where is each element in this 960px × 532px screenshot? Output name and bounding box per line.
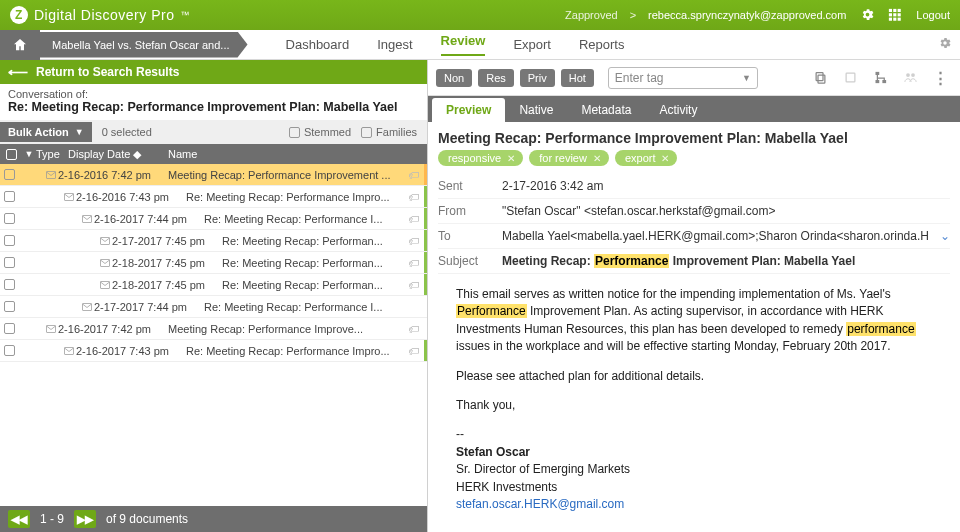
result-row[interactable]: 2-17-2017 7:45 pmRe: Meeting Recap: Perf… (0, 230, 427, 252)
families-toggle[interactable]: Families (361, 126, 417, 138)
pill-non[interactable]: Non (436, 69, 472, 87)
user-email[interactable]: rebecca.sprynczynatyk@zapproved.com (648, 9, 846, 21)
row-name: Meeting Recap: Performance Improve... (168, 323, 427, 335)
result-row[interactable]: 2-18-2017 7:45 pmRe: Meeting Recap: Perf… (0, 252, 427, 274)
row-checkbox[interactable] (4, 213, 15, 224)
col-name[interactable]: Name (162, 148, 427, 160)
col-date[interactable]: Display Date ◆ (68, 148, 162, 161)
bulk-action-button[interactable]: Bulk Action ▼ (0, 122, 92, 142)
svg-rect-9 (47, 171, 56, 178)
body-paragraph: Please see attached plan for additional … (456, 368, 942, 385)
result-row[interactable]: 2-16-2017 7:43 pmRe: Meeting Recap: Perf… (0, 340, 427, 362)
tag-combobox[interactable]: Enter tag ▼ (608, 67, 758, 89)
tag-for-review[interactable]: for review✕ (529, 150, 609, 166)
nav-review[interactable]: Review (441, 33, 486, 56)
logout-link[interactable]: Logout (916, 9, 950, 21)
sig-title: Sr. Director of Emerging Markets (456, 461, 942, 478)
result-row[interactable]: 2-18-2017 7:45 pmRe: Meeting Recap: Perf… (0, 274, 427, 296)
brand-logo-icon: Z (10, 6, 28, 24)
sig-email-link[interactable]: stefan.oscar.HERK@gmail.com (456, 497, 624, 511)
result-row[interactable]: 2-16-2017 7:44 pmRe: Meeting Recap: Perf… (0, 208, 427, 230)
expand-recipients[interactable]: ⌄ (934, 229, 950, 243)
tag-icon: 🏷 (408, 235, 419, 247)
row-checkbox[interactable] (4, 279, 15, 290)
pill-hot[interactable]: Hot (561, 69, 594, 87)
selection-count: 0 selected (102, 126, 152, 138)
result-row[interactable]: 2-17-2017 7:44 pmRe: Meeting Recap: Perf… (0, 296, 427, 318)
row-date: 2-16-2017 7:42 pm (58, 323, 168, 335)
chevron-down-icon[interactable]: ▼ (22, 149, 36, 159)
pill-res[interactable]: Res (478, 69, 514, 87)
nav-ingest[interactable]: Ingest (377, 37, 412, 52)
svg-rect-3 (889, 13, 892, 16)
col-type[interactable]: Type (36, 148, 68, 160)
row-name: Re: Meeting Recap: Performance I... (204, 213, 427, 225)
svg-rect-2 (898, 8, 901, 11)
nav-dashboard[interactable]: Dashboard (286, 37, 350, 52)
meta-subject-label: Subject (438, 254, 502, 268)
page-last-button[interactable]: ▶▶ (74, 510, 96, 528)
result-row[interactable]: 2-16-2016 7:43 pmRe: Meeting Recap: Perf… (0, 186, 427, 208)
secondary-nav: Mabella Yael vs. Stefan Oscar and... Das… (0, 30, 960, 60)
preview-title: Meeting Recap: Performance Improvement P… (428, 122, 960, 150)
row-checkbox[interactable] (4, 257, 15, 268)
preview-tags: responsive✕ for review✕ export✕ (428, 150, 960, 174)
row-name: Meeting Recap: Performance Improvement .… (168, 169, 427, 181)
svg-rect-11 (83, 215, 92, 222)
tag-responsive[interactable]: responsive✕ (438, 150, 523, 166)
case-settings-icon[interactable] (930, 36, 960, 53)
preview-panel: Non Res Priv Hot Enter tag ▼ ⋮ Preview N… (428, 60, 960, 532)
return-label: Return to Search Results (36, 65, 179, 79)
row-checkbox[interactable] (4, 169, 15, 180)
close-icon[interactable]: ✕ (661, 153, 669, 164)
row-marker (424, 340, 427, 361)
breadcrumb-sep: > (630, 9, 636, 21)
duplicate-icon[interactable] (842, 70, 858, 86)
svg-rect-18 (818, 75, 825, 83)
tag-icon: 🏷 (408, 345, 419, 357)
tab-metadata[interactable]: Metadata (567, 98, 645, 122)
close-icon[interactable]: ✕ (507, 153, 515, 164)
body-paragraph: This email serves as written notice for … (456, 286, 942, 356)
meta-to-label: To (438, 229, 502, 243)
envelope-icon (18, 279, 112, 291)
copy-icon[interactable] (812, 70, 828, 86)
return-to-results[interactable]: ⟵ Return to Search Results (0, 60, 427, 84)
gear-icon[interactable] (860, 7, 875, 24)
nav-export[interactable]: Export (513, 37, 551, 52)
tag-icon: 🏷 (408, 257, 419, 269)
row-date: 2-16-2017 7:43 pm (76, 345, 186, 357)
envelope-icon (18, 345, 76, 357)
result-row[interactable]: 2-16-2016 7:42 pmMeeting Recap: Performa… (0, 164, 427, 186)
pill-priv[interactable]: Priv (520, 69, 555, 87)
row-checkbox[interactable] (4, 323, 15, 334)
group-icon[interactable] (902, 70, 918, 86)
row-checkbox[interactable] (4, 301, 15, 312)
row-checkbox[interactable] (4, 235, 15, 246)
home-button[interactable] (0, 30, 40, 60)
org-link[interactable]: Zapproved (565, 9, 618, 21)
case-breadcrumb[interactable]: Mabella Yael vs. Stefan Oscar and... (40, 32, 248, 58)
envelope-icon (18, 301, 94, 313)
email-metadata: Sent2-17-2016 3:42 am From"Stefan Oscar"… (428, 174, 960, 274)
tab-native[interactable]: Native (505, 98, 567, 122)
row-checkbox[interactable] (4, 191, 15, 202)
tree-icon[interactable] (872, 70, 888, 86)
nav-reports[interactable]: Reports (579, 37, 625, 52)
tag-export[interactable]: export✕ (615, 150, 678, 166)
tab-preview[interactable]: Preview (432, 98, 505, 122)
chevron-down-icon: ▼ (75, 127, 84, 137)
apps-icon[interactable] (887, 7, 902, 24)
select-all-checkbox[interactable] (6, 149, 17, 160)
more-icon[interactable]: ⋮ (932, 70, 948, 86)
stemmed-toggle[interactable]: Stemmed (289, 126, 351, 138)
svg-rect-15 (83, 303, 92, 310)
meta-from-label: From (438, 204, 502, 218)
row-checkbox[interactable] (4, 345, 15, 356)
close-icon[interactable]: ✕ (593, 153, 601, 164)
svg-rect-5 (898, 13, 901, 16)
svg-rect-22 (875, 80, 879, 83)
tab-activity[interactable]: Activity (645, 98, 711, 122)
result-row[interactable]: 2-16-2017 7:42 pmMeeting Recap: Performa… (0, 318, 427, 340)
page-first-button[interactable]: ◀◀ (8, 510, 30, 528)
